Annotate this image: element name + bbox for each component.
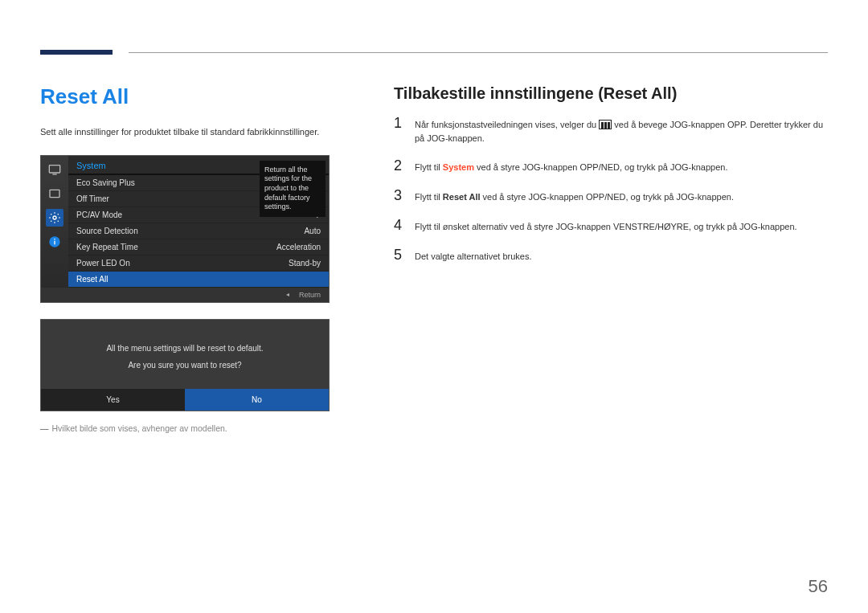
svg-rect-5 [54, 239, 55, 239]
osd-row-label: PC/AV Mode [76, 210, 122, 219]
confirm-message-1: All the menu settings will be reset to d… [41, 344, 329, 353]
footnote-text: Hvilket bilde som vises, avhenger av mod… [52, 423, 227, 433]
osd-tooltip: Return all the settings for the product … [260, 161, 326, 217]
osd-row-value: Auto [304, 227, 321, 235]
confirm-no-button: No [185, 389, 329, 411]
confirm-dialog-screenshot: All the menu settings will be reset to d… [40, 319, 330, 411]
step-2-text-c: ved å styre JOG-knappen OPP/NED, og tryk… [477, 162, 727, 172]
step-3-text-a: Flytt til [415, 192, 443, 202]
step-5: 5 Det valgte alternativet brukes. [394, 247, 828, 264]
picture-tab-icon [46, 161, 63, 178]
section-heading: Tilbakestille innstillingene (Reset All) [394, 84, 828, 103]
step-2-text-a: Flytt til [415, 162, 443, 172]
step-3-accent: Reset All [443, 192, 481, 202]
page-number: 56 [809, 576, 828, 597]
step-3-text-c: ved å styre JOG-knappen OPP/NED, og tryk… [483, 192, 734, 202]
step-2-accent: System [443, 162, 474, 172]
svg-rect-0 [49, 165, 59, 172]
osd-menu-screenshot: System Eco Saving PlusOffOff Timer▸PC/AV… [40, 155, 330, 303]
svg-rect-1 [50, 190, 59, 197]
info-tab-icon [46, 233, 63, 251]
system-tab-icon [46, 209, 63, 227]
osd-row-source-detection: Source DetectionAuto [68, 223, 329, 239]
osd-row-label: Power LED On [76, 259, 130, 268]
footnote: ― Hvilket bilde som vises, avhenger av m… [40, 423, 362, 433]
osd-row-label: Off Timer [76, 194, 109, 203]
osd-row-power-led-on: Power LED OnStand-by [68, 255, 329, 272]
osd-row-value: Acceleration [276, 243, 321, 251]
step-4: 4 Flytt til ønsket alternativ ved å styr… [394, 217, 828, 234]
osd-row-label: Source Detection [76, 227, 138, 235]
step-2: 2 Flytt til System ved å styre JOG-knapp… [394, 157, 828, 174]
step-4-text: Flytt til ønsket alternativ ved å styre … [415, 220, 797, 234]
step-1-text-a: Når funksjonstastveiledningen vises, vel… [415, 120, 599, 129]
svg-point-2 [53, 216, 56, 219]
osd-row-label: Key Repeat Time [76, 243, 138, 251]
confirm-yes-button: Yes [41, 389, 185, 411]
confirm-message-2: Are you sure you want to reset? [41, 361, 329, 370]
step-3: 3 Flytt til Reset All ved å styre JOG-kn… [394, 187, 828, 204]
page-title: Reset All [40, 84, 362, 109]
onscreen-tab-icon [46, 185, 63, 202]
osd-return-label: Return [299, 291, 321, 299]
menu-icon [599, 120, 612, 129]
back-triangle-icon: ◂ [286, 291, 289, 299]
step-1: 1 Når funksjonstastveiledningen vises, v… [394, 115, 828, 145]
svg-rect-4 [54, 240, 55, 244]
osd-row-value: Stand-by [289, 259, 321, 268]
osd-row-label: Eco Saving Plus [76, 178, 135, 187]
step-5-text: Det valgte alternativet brukes. [415, 250, 532, 264]
intro-text: Sett alle innstillinger for produktet ti… [40, 125, 362, 139]
osd-row-label: Reset All [76, 275, 108, 284]
osd-row-key-repeat-time: Key Repeat TimeAcceleration [68, 239, 329, 255]
header-rule [40, 32, 828, 56]
osd-row-reset-all: Reset All [68, 272, 329, 288]
